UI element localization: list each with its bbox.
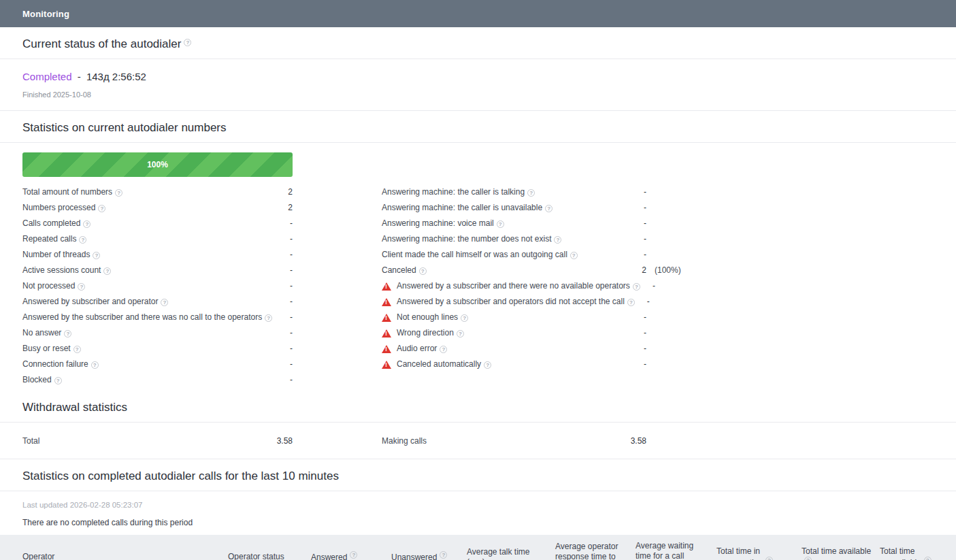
status-duration: 143д 2:56:52 [86,71,146,82]
stat-label: Connection failure [22,359,88,369]
stat-row: Total amount of numbers 2 [22,184,293,200]
info-icon[interactable] [115,189,122,197]
stat-row: Answering machine: the caller is unavail… [382,200,686,216]
stat-row: Not enough lines - [382,310,686,325]
stat-value: - [278,281,293,291]
stat-value: - [631,359,646,369]
info-icon[interactable] [633,283,640,291]
stat-row: Active sessions count - [22,263,293,278]
stat-row: Answered by a subscriber and there were … [382,278,686,294]
stat-label: Busy or reset [22,344,71,354]
stat-row: Canceled 2 (100%) [382,263,686,278]
info-icon[interactable] [73,346,81,353]
stat-label: Answering machine: voice mail [382,218,494,229]
stat-value: - [635,297,650,307]
stat-value: - [631,344,646,354]
stat-row: Answered by subscriber and operator - [22,294,293,310]
info-icon[interactable] [103,267,111,275]
progress-bar: 100% [22,152,293,177]
stat-value: 2 [278,203,293,213]
finished-date: Finished 2025-10-08 [0,82,956,110]
section-title-recent-calls: Statistics on completed autodialer calls… [0,459,956,491]
stat-label: Not enough lines [397,312,458,323]
stat-value: - [278,328,293,338]
stat-label: Canceled automatically [397,359,481,369]
info-icon[interactable] [527,189,535,197]
stat-row: Busy or reset - [22,341,293,357]
section-title-number-statistics: Statistics on current autodialer numbers [0,111,956,143]
info-icon[interactable] [98,205,105,212]
stat-label: Answered by a subscriber and operators d… [397,297,625,307]
warning-icon [382,282,391,291]
info-icon[interactable] [497,220,504,228]
warning-icon [382,314,391,322]
stat-value: - [278,359,293,369]
col-unanswered: Unanswered [391,535,467,560]
col-answered: Answered [311,535,391,560]
empty-message: There are no completed calls during this… [0,509,956,527]
stat-value: - [631,218,646,229]
stat-value: - [631,234,646,244]
section-title-text: Current status of the autodialer [22,37,181,50]
stat-value: - [631,250,646,260]
stat-value: - [278,218,293,229]
stat-label: Answered by subscriber and operator [22,297,158,307]
col-average-talk-time: Average talk time (sec) [467,535,555,560]
col-total-time-available: Total time available [802,535,880,560]
topbar-title: Monitoring [22,9,69,19]
stat-row: Answering machine: voice mail - [382,216,686,231]
warning-icon [382,298,391,306]
info-icon[interactable] [83,220,90,228]
info-icon[interactable] [93,252,100,259]
stat-label: Wrong direction [397,328,454,338]
stat-row: Answered by the subscriber and there was… [22,310,293,325]
stat-value: - [640,281,655,291]
stat-label: Answering machine: the caller is unavail… [382,203,542,213]
info-icon[interactable] [804,557,812,560]
info-icon[interactable] [184,39,191,46]
info-icon[interactable] [457,330,464,337]
stat-row: Connection failure - [22,357,293,372]
table-header-row: Operator Operator status Answered Unansw… [0,535,956,560]
section-withdrawal: Withdrawal statistics Total 3.58 Making … [0,391,956,459]
info-icon[interactable] [570,252,578,259]
section-title-withdrawal: Withdrawal statistics [0,391,956,423]
info-icon[interactable] [161,299,168,306]
stat-label: Repeated calls [22,234,76,244]
info-icon[interactable] [440,551,447,559]
stat-label: Client made the call himself or was an o… [382,250,567,260]
info-icon[interactable] [484,361,491,369]
info-icon[interactable] [54,377,62,384]
section-title-current-status: Current status of the autodialer [0,27,956,59]
operators-table: Operator Operator status Answered Unansw… [0,535,956,560]
stat-value: - [278,297,293,307]
stat-value: - [631,312,646,323]
info-icon[interactable] [554,236,561,244]
stat-row: Wrong direction - [382,325,686,341]
stat-row: Not processed - [22,278,293,294]
col-average-response-time: Average operator response time to calls … [555,535,636,560]
stat-label: Total amount of numbers [22,187,112,197]
info-icon[interactable] [91,361,99,369]
info-icon[interactable] [545,205,553,212]
info-icon[interactable] [627,299,635,306]
info-icon[interactable] [924,557,932,560]
stat-value: - [631,328,646,338]
info-icon[interactable] [765,557,773,560]
stat-value: 3.58 [270,436,293,446]
col-total-time-unavailable: Total time unavailable [880,535,956,560]
info-icon[interactable] [79,236,86,244]
info-icon[interactable] [350,551,357,559]
last-updated: Last updated 2026-02-28 05:23:07 [0,491,956,509]
info-icon[interactable] [78,283,85,291]
info-icon[interactable] [64,330,71,337]
info-icon[interactable] [440,346,447,353]
info-icon[interactable] [419,267,427,275]
stat-label: Calls completed [22,218,80,229]
stats-left-column: Total amount of numbers 2 Numbers proces… [22,184,293,388]
col-average-waiting-time: Average waiting time for a call operator… [636,535,716,560]
stat-label: Answered by a subscriber and there were … [397,281,630,291]
info-icon[interactable] [461,314,468,322]
info-icon[interactable] [265,314,272,322]
section-current-status: Current status of the autodialer Complet… [0,27,956,111]
